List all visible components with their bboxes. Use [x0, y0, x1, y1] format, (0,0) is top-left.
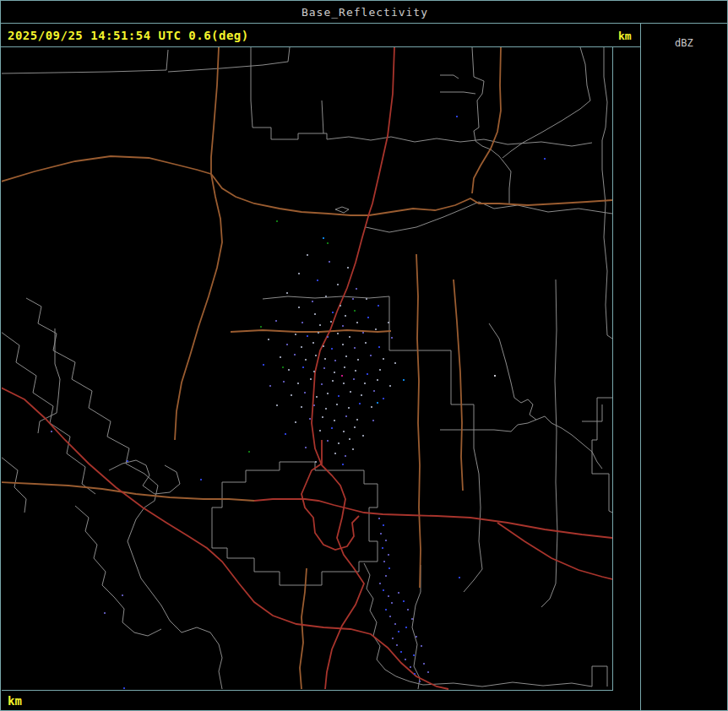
radar-echo-pixel [312, 342, 314, 344]
radar-echo-pixel [414, 673, 416, 675]
radar-echo-pixel [421, 645, 422, 647]
radar-echo-pixel [327, 336, 329, 338]
radar-echo-pixel [343, 431, 345, 432]
radar-echo-pixel [362, 332, 364, 334]
radar-echo-pixel [356, 419, 358, 421]
radar-echo-pixel [341, 375, 343, 377]
radar-echo-pixel [298, 307, 300, 308]
radar-echo-pixel [394, 362, 396, 364]
legend-title: dBZ [675, 37, 693, 49]
radar-echo-pixel [383, 398, 384, 399]
radar-echo-pixel [302, 366, 304, 368]
radar-echo-pixel [315, 355, 317, 356]
radar-echo-pixel [200, 479, 202, 480]
radar-echo-pixel [127, 460, 128, 462]
radar-echo-pixel [385, 575, 387, 577]
radar-echo-pixel [334, 453, 336, 454]
radar-echo-pixel [367, 373, 368, 375]
radar-echo-pixel [385, 540, 387, 541]
radar-echo-pixel [378, 305, 379, 307]
reflectivity-color-scale: dBZ [641, 24, 728, 710]
boundary-line [541, 280, 557, 607]
radar-echo-pixel [319, 324, 321, 326]
radar-echo-pixel [383, 561, 385, 562]
road-secondary [211, 174, 369, 215]
radar-map-viewport[interactable] [2, 47, 613, 691]
boundary-line [263, 296, 482, 592]
radar-echo-pixel [310, 378, 312, 380]
radar-echo-pixel [315, 461, 317, 463]
radar-echo-pixel [388, 322, 389, 323]
radar-echo-pixel [359, 403, 361, 404]
radar-echo-pixel [268, 339, 269, 340]
radar-echo-pixel [322, 416, 323, 418]
road-highway [254, 499, 612, 538]
radar-echo-pixel [283, 381, 285, 383]
radar-echo-pixel [334, 360, 336, 361]
radar-echo-pixel [286, 292, 288, 294]
bottom-distance-axis: km [1, 691, 640, 710]
radar-echo-pixel [377, 402, 378, 404]
radar-echo-pixel [291, 394, 292, 396]
road-secondary [2, 156, 211, 182]
radar-echo-pixel [321, 383, 323, 385]
radar-echo-pixel [297, 383, 299, 384]
radar-echo-pixel [295, 421, 296, 423]
radar-echo-pixel [419, 681, 421, 682]
radar-echo-pixel [372, 420, 374, 421]
radar-echo-pixel [353, 378, 355, 380]
radar-echo-pixel [375, 328, 377, 330]
radar-echo-pixel [388, 595, 389, 597]
radar-echo-pixel [398, 592, 399, 594]
radar-echo-pixel [298, 273, 300, 274]
radar-echo-pixel [371, 406, 372, 408]
radar-echo-pixel [407, 609, 409, 611]
radar-echo-pixel [305, 359, 307, 361]
radar-echo-pixel [342, 464, 344, 465]
radar-echo-pixel [361, 394, 362, 396]
radar-echo-pixel [345, 315, 346, 317]
radar-echo-pixel [342, 325, 344, 327]
radar-echo-pixel [337, 333, 339, 334]
radar-echo-pixel [394, 623, 396, 625]
radar-echo-pixel [248, 451, 250, 453]
radar-echo-pixel [377, 379, 378, 381]
radar-echo-pixel [342, 344, 344, 345]
radar-echo-pixel [352, 298, 354, 300]
boundary-line [440, 75, 459, 79]
boundary-line [366, 202, 612, 232]
radar-echo-pixel [313, 404, 315, 406]
radar-echo-pixel [411, 618, 413, 620]
radar-echo-pixel [327, 393, 329, 394]
radar-echo-pixel [345, 356, 347, 357]
radar-echo-pixel [295, 334, 296, 335]
radar-echo-pixel [365, 342, 367, 344]
radar-echo-pixel [349, 438, 350, 440]
road-secondary [416, 254, 421, 588]
radar-app-window: Base_Reflectivity 2025/09/25 14:51:54 UT… [0, 0, 728, 711]
radar-echo-pixel [337, 284, 339, 285]
radar-echo-pixel [323, 367, 325, 369]
radar-echo-pixel [338, 442, 340, 444]
road-secondary [2, 482, 254, 501]
radar-echo-pixel [410, 666, 411, 668]
radar-echo-pixel [352, 448, 354, 450]
radar-echo-pixel [416, 636, 417, 638]
radar-echo-pixel [286, 344, 288, 345]
radar-echo-pixel [380, 533, 382, 535]
boundary-line [2, 457, 26, 513]
radar-echo-pixel [332, 312, 334, 313]
radar-echo-pixel [347, 267, 349, 269]
radar-echo-pixel [319, 430, 321, 431]
radar-echo-pixel [323, 345, 324, 347]
radar-echo-pixel [305, 447, 307, 448]
radar-echo-pixel [269, 385, 271, 387]
radar-echo-pixel [302, 322, 303, 323]
road-secondary [231, 330, 391, 332]
boundary-line [489, 323, 602, 469]
info-bar: 2025/09/25 14:51:54 UTC 0.6(deg) km [1, 24, 640, 47]
radar-echo-pixel [544, 158, 546, 160]
radar-echo-pixel [413, 654, 415, 656]
scan-timestamp: 2025/09/25 14:51:54 UTC 0.6(deg) [8, 29, 249, 42]
radar-echo-pixel [307, 254, 308, 256]
